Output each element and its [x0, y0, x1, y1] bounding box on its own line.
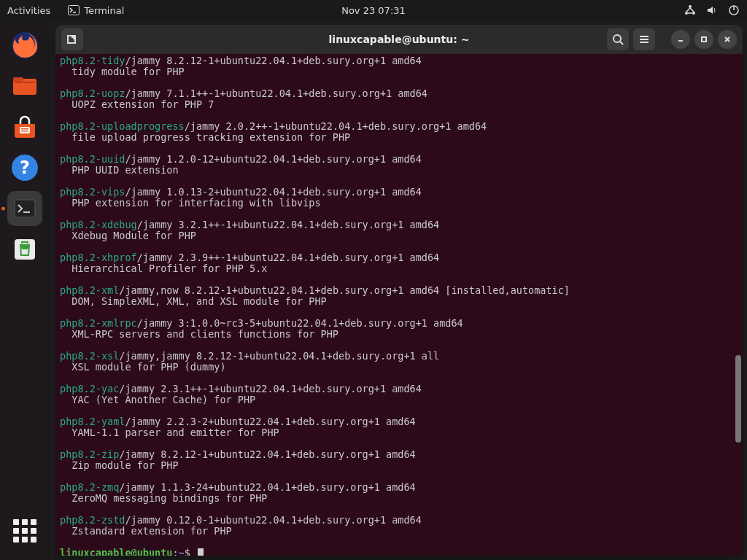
- package-details: /jammy,now 8.2.12-1+ubuntu22.04.1+deb.su…: [119, 284, 570, 296]
- package-description: PHP UUID extension: [60, 165, 740, 176]
- svg-point-3: [685, 12, 688, 15]
- package-description: Xdebug Module for PHP: [60, 230, 740, 241]
- current-app-label: Terminal: [84, 5, 124, 16]
- terminal-titlebar: linuxcapable@ubuntu: ~: [55, 25, 743, 54]
- prompt-symbol: $: [185, 547, 196, 556]
- package-description: ZeroMQ messaging bindings for PHP: [60, 493, 740, 504]
- dock-help[interactable]: ?: [7, 150, 42, 185]
- package-description: Hierarchical Profiler for PHP 5.x: [60, 263, 740, 274]
- new-tab-button[interactable]: [61, 28, 83, 50]
- package-entry: php8.2-tidy/jammy 8.2.12-1+ubuntu22.04.1…: [60, 55, 740, 77]
- package-entry: php8.2-xmlrpc/jammy 3:1.0.0~rc3-5+ubuntu…: [60, 318, 740, 340]
- package-entry: php8.2-vips/jammy 1.0.13-2+ubuntu22.04.1…: [60, 187, 740, 209]
- package-name: php8.2-xsl: [60, 350, 119, 362]
- svg-rect-10: [15, 82, 35, 83]
- volume-icon[interactable]: [706, 4, 718, 16]
- cursor: [198, 548, 204, 556]
- package-name: php8.2-xdebug: [60, 219, 137, 230]
- dock-terminal[interactable]: [7, 191, 42, 226]
- svg-line-23: [620, 42, 623, 44]
- package-details: /jammy 8.2.12-1+ubuntu22.04.1+deb.sury.o…: [119, 448, 415, 460]
- package-name: php8.2-zmq: [60, 481, 119, 493]
- package-name: php8.2-xmlrpc: [60, 317, 137, 329]
- svg-point-22: [614, 35, 621, 42]
- package-description: YAML-1.1 parser and emitter for PHP: [60, 427, 740, 438]
- package-details: /jammy 1.0.13-2+ubuntu22.04.1+deb.sury.o…: [125, 186, 421, 198]
- svg-text:?: ?: [20, 158, 30, 178]
- svg-rect-9: [13, 77, 23, 82]
- dock-show-applications[interactable]: [7, 513, 42, 548]
- package-description: Zip module for PHP: [60, 460, 740, 471]
- svg-rect-0: [69, 6, 80, 15]
- svg-rect-16: [15, 200, 35, 217]
- power-icon[interactable]: [728, 4, 740, 16]
- package-details: /jammy 2.0.2++-1+ubuntu22.04.1+deb.sury.…: [185, 120, 487, 132]
- hamburger-menu-button[interactable]: [633, 28, 655, 50]
- terminal-body[interactable]: php8.2-tidy/jammy 8.2.12-1+ubuntu22.04.1…: [55, 54, 743, 556]
- package-entry: php8.2-zip/jammy 8.2.12-1+ubuntu22.04.1+…: [60, 449, 740, 471]
- dock-files[interactable]: [7, 69, 42, 104]
- prompt-user-host: linuxcapable@ubuntu: [60, 547, 172, 556]
- package-name: php8.2-uploadprogress: [60, 120, 185, 132]
- package-name: php8.2-tidy: [60, 55, 125, 66]
- terminal-app-icon: [68, 5, 80, 15]
- package-entry: php8.2-xsl/jammy,jammy 8.2.12-1+ubuntu22…: [60, 351, 740, 373]
- svg-point-4: [692, 12, 695, 15]
- package-description: XSL module for PHP (dummy): [60, 362, 740, 373]
- minimize-button[interactable]: [671, 30, 690, 49]
- package-entry: php8.2-yac/jammy 2.3.1++-1+ubuntu22.04.1…: [60, 384, 740, 405]
- package-details: /jammy 2.2.3-2+ubuntu22.04.1+deb.sury.or…: [125, 416, 415, 427]
- package-name: php8.2-uopz: [60, 88, 125, 99]
- scrollbar-thumb[interactable]: [735, 355, 741, 443]
- package-details: /jammy,jammy 8.2.12-1+ubuntu22.04.1+deb.…: [119, 350, 439, 362]
- package-details: /jammy 8.2.12-1+ubuntu22.04.1+deb.sury.o…: [125, 55, 421, 66]
- prompt-separator: :: [172, 547, 178, 556]
- svg-rect-13: [21, 131, 28, 132]
- package-name: php8.2-xhprof: [60, 252, 137, 263]
- package-description: UOPZ extension for PHP 7: [60, 99, 740, 110]
- package-name: php8.2-xml: [60, 284, 119, 296]
- svg-rect-11: [20, 127, 30, 133]
- package-entry: php8.2-uopz/jammy 7.1.1++-1+ubuntu22.04.…: [60, 88, 740, 110]
- package-description: DOM, SimpleXML, XML, and XSL module for …: [60, 296, 740, 307]
- maximize-button[interactable]: [694, 30, 713, 49]
- terminal-window: linuxcapable@ubuntu: ~ php8.2-tidy/jammy…: [55, 25, 743, 556]
- package-details: /jammy 0.12.0-1+ubuntu22.04.1+deb.sury.o…: [125, 514, 421, 526]
- package-name: php8.2-vips: [60, 186, 125, 198]
- prompt-line[interactable]: linuxcapable@ubuntu:~$: [60, 548, 740, 556]
- package-description: tidy module for PHP: [60, 66, 740, 77]
- activities-button[interactable]: Activities: [7, 5, 50, 16]
- package-description: file upload progress tracking extension …: [60, 132, 740, 143]
- package-name: php8.2-yaml: [60, 416, 125, 427]
- package-entry: php8.2-xdebug/jammy 3.2.1++-1+ubuntu22.0…: [60, 219, 740, 241]
- package-name: php8.2-zip: [60, 448, 119, 460]
- current-app-menu[interactable]: Terminal: [68, 5, 124, 16]
- dock-software[interactable]: [7, 109, 42, 144]
- package-description: YAC (Yet Another Cache) for PHP: [60, 394, 740, 405]
- package-entry: php8.2-zmq/jammy 1.1.3-24+ubuntu22.04.1+…: [60, 482, 740, 504]
- package-description: PHP extension for interfacing with libvi…: [60, 198, 740, 209]
- svg-rect-12: [21, 128, 28, 130]
- network-icon[interactable]: [684, 4, 696, 16]
- package-entry: php8.2-zstd/jammy 0.12.0-1+ubuntu22.04.1…: [60, 515, 740, 537]
- gnome-top-bar: Activities Terminal Nov 23 07:31: [0, 0, 747, 20]
- svg-point-2: [689, 5, 692, 8]
- close-button[interactable]: [718, 30, 737, 49]
- package-name: php8.2-zstd: [60, 514, 125, 526]
- window-title: linuxcapable@ubuntu: ~: [329, 34, 470, 45]
- package-name: php8.2-uuid: [60, 153, 125, 165]
- package-details: /jammy 7.1.1++-1+ubuntu22.04.1+deb.sury.…: [125, 88, 427, 99]
- package-details: /jammy 3:1.0.0~rc3-5+ubuntu22.04.1+deb.s…: [137, 317, 463, 329]
- dock-trash[interactable]: [7, 232, 42, 267]
- dock-firefox[interactable]: [7, 28, 42, 63]
- search-button[interactable]: [607, 28, 629, 50]
- clock[interactable]: Nov 23 07:31: [341, 5, 406, 16]
- package-details: /jammy 2.3.1++-1+ubuntu22.04.1+deb.sury.…: [119, 383, 422, 394]
- package-description: XML-RPC servers and clients functions fo…: [60, 329, 740, 340]
- package-entry: php8.2-uuid/jammy 1.2.0-12+ubuntu22.04.1…: [60, 154, 740, 176]
- package-entry: php8.2-xhprof/jammy 2.3.9++-1+ubuntu22.0…: [60, 252, 740, 274]
- ubuntu-dock: ?: [0, 20, 50, 560]
- package-details: /jammy 3.2.1++-1+ubuntu22.04.1+deb.sury.…: [137, 219, 440, 230]
- package-details: /jammy 1.2.0-12+ubuntu22.04.1+deb.sury.o…: [125, 153, 421, 165]
- package-details: /jammy 2.3.9++-1+ubuntu22.04.1+deb.sury.…: [137, 252, 440, 263]
